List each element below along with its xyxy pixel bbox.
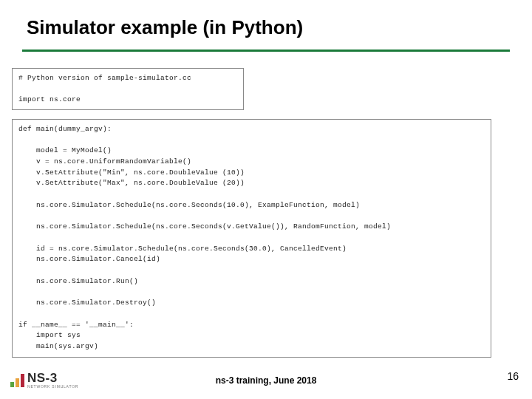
code-block-imports: # Python version of sample-simulator.cc … <box>12 68 244 110</box>
logo-text: NS-3 NETWORK SIMULATOR <box>27 372 78 389</box>
logo-main-text: NS-3 <box>27 372 78 384</box>
logo-sub-text: NETWORK SIMULATOR <box>27 385 78 389</box>
page-number: 16 <box>507 370 519 382</box>
slide-footer: NS-3 NETWORK SIMULATOR ns-3 training, Ju… <box>0 372 532 389</box>
ns3-logo: NS-3 NETWORK SIMULATOR <box>10 372 78 389</box>
logo-bars-icon <box>10 374 24 387</box>
title-underline <box>22 50 510 52</box>
code-block-main: def main(dummy_argv): model = MyModel() … <box>12 119 491 358</box>
slide: Simulator example (in Python) # Python v… <box>0 0 532 399</box>
footer-caption: ns-3 training, June 2018 <box>0 375 532 386</box>
slide-title: Simulator example (in Python) <box>27 16 510 39</box>
